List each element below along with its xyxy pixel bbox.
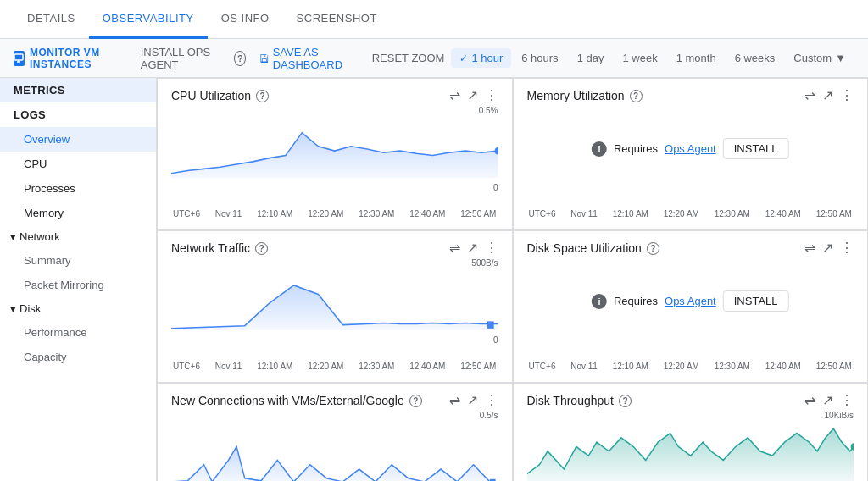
chart-ymax: 0.5% — [479, 106, 498, 115]
tab-screenshot[interactable]: SCREENSHOT — [283, 0, 391, 39]
expand-icon[interactable]: ↗ — [822, 394, 833, 407]
tab-observability[interactable]: OBSERVABILITY — [89, 0, 208, 39]
sidebar-disk-group[interactable]: ▾ Disk — [0, 297, 156, 320]
ops-agent-link[interactable]: Ops Agent — [665, 295, 716, 307]
more-icon[interactable]: ⋮ — [840, 241, 854, 255]
chart-body: 10KiB/s 0 — [527, 411, 854, 481]
more-icon[interactable]: ⋮ — [840, 394, 854, 407]
tab-osinfo[interactable]: OS INFO — [208, 0, 283, 39]
chart-xaxis: UTC+6Nov 1112:10 AM12:20 AM12:30 AM12:40… — [171, 209, 498, 218]
monitor-label: MONITOR VM INSTANCES — [30, 47, 127, 70]
ops-agent-link[interactable]: Ops Agent — [665, 142, 716, 155]
expand-icon[interactable]: ↗ — [467, 241, 478, 255]
chart-title: CPU Utilization ? — [171, 89, 269, 102]
chart-ymin: 0 — [493, 335, 498, 345]
time-6weeks[interactable]: 6 weeks — [726, 48, 784, 68]
charts-grid: CPU Utilization ? ⇌ ↗ ⋮ 0.5% — [157, 78, 868, 481]
chart-ymax: 500B/s — [471, 258, 498, 268]
sidebar-logs[interactable]: LOGS — [0, 102, 156, 127]
info-icon: i — [592, 294, 607, 309]
chart-help-icon[interactable]: ? — [256, 90, 269, 102]
compare-icon[interactable]: ⇌ — [804, 241, 815, 255]
chart-header: CPU Utilization ? ⇌ ↗ ⋮ — [171, 89, 498, 102]
sidebar-item-overview[interactable]: Overview — [0, 127, 156, 152]
save-dashboard-button[interactable]: SAVE AS DASHBOARD — [259, 46, 359, 71]
compare-icon[interactable]: ⇌ — [804, 89, 815, 102]
chart-new-connections: New Connections with VMs/External/Google… — [157, 383, 513, 481]
chart-body: 0.5/s 0 — [171, 411, 498, 481]
monitor-vm-button[interactable]: MONITOR VM INSTANCES — [14, 47, 127, 70]
no-data-overlay: i Requires Ops Agent INSTALL — [527, 258, 854, 360]
time-1hour[interactable]: 1 hour — [451, 48, 511, 68]
monitor-icon — [14, 51, 25, 66]
svg-rect-0 — [14, 54, 23, 60]
chart-actions: ⇌ ↗ ⋮ — [449, 241, 498, 255]
compare-icon[interactable]: ⇌ — [449, 89, 460, 102]
chart-disk-space: Disk Space Utilization ? ⇌ ↗ ⋮ i Require… — [513, 230, 869, 383]
more-icon[interactable]: ⋮ — [485, 89, 498, 102]
chart-help-icon[interactable]: ? — [647, 242, 659, 255]
chart-memory-utilization: Memory Utilization ? ⇌ ↗ ⋮ i Requires — [513, 78, 869, 230]
requires-agent-banner: i Requires Ops Agent INSTALL — [578, 131, 803, 166]
install-button[interactable]: INSTALL — [723, 290, 789, 312]
custom-label: Custom — [793, 52, 832, 64]
sidebar-item-packet-mirroring[interactable]: Packet Mirroring — [0, 273, 156, 297]
time-1month[interactable]: 1 month — [668, 48, 725, 68]
install-button[interactable]: INSTALL — [723, 138, 789, 159]
chart-ymax: 0.5/s — [480, 411, 498, 420]
chart-svg — [171, 411, 498, 481]
chart-svg — [171, 258, 498, 330]
compare-icon[interactable]: ⇌ — [804, 394, 815, 407]
sidebar-item-performance[interactable]: Performance — [0, 320, 156, 345]
time-1day[interactable]: 1 day — [569, 48, 613, 68]
chart-help-icon[interactable]: ? — [409, 395, 422, 407]
sidebar-item-cpu[interactable]: CPU — [0, 152, 156, 176]
more-icon[interactable]: ⋮ — [840, 89, 854, 102]
chart-svg — [527, 411, 854, 481]
sidebar: METRICS LOGS Overview CPU Processes Memo… — [0, 78, 157, 481]
chart-network-traffic: Network Traffic ? ⇌ ↗ ⋮ 500B/s — [157, 230, 513, 383]
expand-icon[interactable]: ↗ — [822, 241, 833, 255]
install-ops-button[interactable]: INSTALL OPS AGENT — [141, 46, 221, 71]
sidebar-metrics[interactable]: METRICS — [0, 78, 156, 102]
expand-icon[interactable]: ↗ — [467, 89, 478, 102]
reset-zoom-button[interactable]: RESET ZOOM — [372, 52, 445, 64]
sidebar-item-processes[interactable]: Processes — [0, 176, 156, 201]
chart-help-icon[interactable]: ? — [630, 90, 643, 102]
main-area: METRICS LOGS Overview CPU Processes Memo… — [0, 78, 868, 481]
time-custom[interactable]: Custom ▼ — [785, 48, 854, 68]
sidebar-item-memory[interactable]: Memory — [0, 201, 156, 225]
compare-icon[interactable]: ⇌ — [449, 394, 460, 407]
chart-body: 500B/s 0 — [171, 258, 498, 360]
chart-actions: ⇌ ↗ ⋮ — [804, 89, 854, 102]
requires-agent-banner: i Requires Ops Agent INSTALL — [578, 284, 803, 318]
toolbar-right: RESET ZOOM 1 hour 6 hours 1 day 1 week 1… — [372, 48, 854, 68]
tab-details[interactable]: DETAILS — [14, 0, 89, 39]
chart-title: Network Traffic ? — [171, 241, 268, 255]
save-label: SAVE AS DASHBOARD — [273, 46, 359, 71]
chart-header: Network Traffic ? ⇌ ↗ ⋮ — [171, 241, 498, 255]
time-1week[interactable]: 1 week — [614, 48, 665, 68]
compare-icon[interactable]: ⇌ — [449, 241, 460, 255]
time-6hours[interactable]: 6 hours — [513, 48, 566, 68]
help-icon[interactable]: ? — [234, 51, 246, 66]
sidebar-network-group[interactable]: ▾ Network — [0, 225, 156, 248]
chart-actions: ⇌ ↗ ⋮ — [804, 241, 854, 255]
info-icon: i — [592, 141, 607, 157]
sidebar-item-capacity[interactable]: Capacity — [0, 345, 156, 369]
expand-icon[interactable]: ↗ — [467, 394, 478, 407]
chart-help-icon[interactable]: ? — [255, 242, 268, 255]
chart-cpu-utilization: CPU Utilization ? ⇌ ↗ ⋮ 0.5% — [157, 78, 513, 230]
more-icon[interactable]: ⋮ — [485, 241, 498, 255]
chart-body: i Requires Ops Agent INSTALL — [527, 106, 854, 207]
expand-icon[interactable]: ↗ — [822, 89, 833, 102]
content-area: CPU Utilization ? ⇌ ↗ ⋮ 0.5% — [157, 78, 868, 481]
chart-header: Disk Throughput ? ⇌ ↗ ⋮ — [527, 394, 854, 407]
time-range-buttons: 1 hour 6 hours 1 day 1 week 1 month 6 we… — [451, 48, 854, 68]
more-icon[interactable]: ⋮ — [485, 394, 498, 407]
sidebar-item-summary[interactable]: Summary — [0, 248, 156, 273]
chevron-down-icon: ▼ — [835, 52, 846, 64]
chart-help-icon[interactable]: ? — [619, 395, 632, 407]
chart-body: 0.5% 0 — [171, 106, 498, 207]
chart-title: Disk Throughput ? — [527, 394, 632, 407]
